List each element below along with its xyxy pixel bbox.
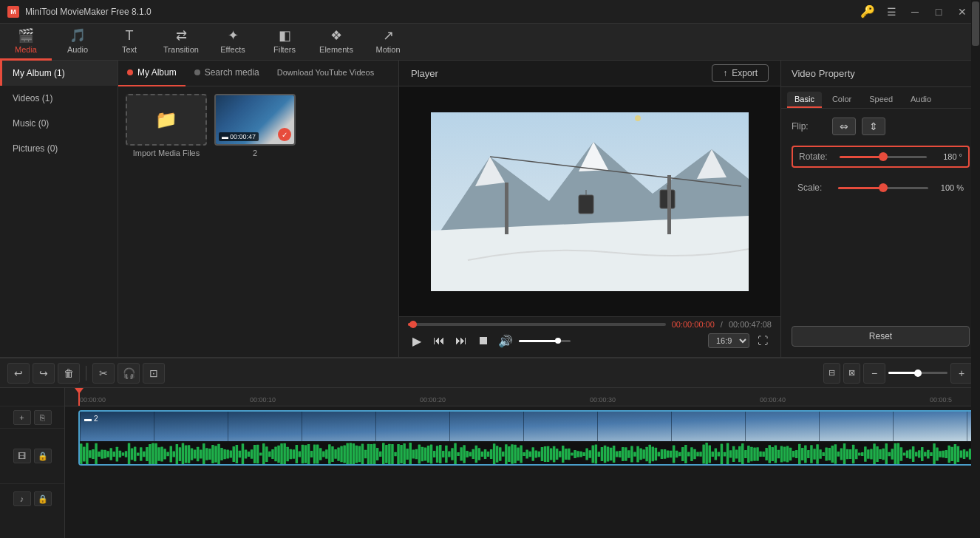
rewind-button[interactable]: ⏮ bbox=[430, 332, 448, 350]
progress-bar[interactable] bbox=[408, 323, 666, 326]
svg-rect-258 bbox=[765, 448, 768, 460]
svg-rect-215 bbox=[636, 446, 639, 463]
tab-download-youtube[interactable]: Download YouTube Videos bbox=[268, 61, 384, 86]
cut-button[interactable]: ✂ bbox=[92, 363, 115, 384]
svg-rect-221 bbox=[655, 448, 658, 461]
svg-rect-238 bbox=[705, 443, 708, 466]
svg-rect-95 bbox=[277, 446, 280, 463]
svg-rect-212 bbox=[627, 450, 630, 458]
svg-rect-135 bbox=[397, 444, 400, 464]
svg-rect-54 bbox=[154, 443, 157, 465]
crop-button[interactable]: ⊡ bbox=[143, 363, 165, 384]
delete-button[interactable]: 🗑 bbox=[58, 363, 80, 384]
audio-icon-button[interactable]: ♪ bbox=[13, 491, 31, 506]
svg-rect-182 bbox=[538, 452, 541, 457]
svg-rect-97 bbox=[283, 443, 286, 466]
toolbar-text[interactable]: T Text bbox=[103, 24, 155, 61]
svg-rect-203 bbox=[601, 447, 604, 461]
svg-rect-96 bbox=[280, 443, 283, 465]
menu-button[interactable]: ☰ bbox=[881, 4, 902, 20]
sidebar-item-pictures[interactable]: Pictures (0) bbox=[0, 136, 118, 161]
svg-rect-120 bbox=[353, 443, 355, 465]
svg-rect-269 bbox=[798, 444, 801, 465]
svg-rect-14 bbox=[80, 412, 975, 441]
prop-tab-audio[interactable]: Audio bbox=[903, 92, 939, 108]
sidebar-item-myalbum[interactable]: My Album (1) bbox=[0, 61, 118, 86]
scale-thumb[interactable] bbox=[879, 183, 888, 192]
svg-rect-136 bbox=[400, 445, 403, 463]
svg-rect-289 bbox=[858, 453, 861, 456]
import-media-thumb[interactable]: 📁 bbox=[126, 94, 207, 146]
play-button[interactable]: ▶ bbox=[408, 332, 426, 350]
expand-button[interactable]: ⊠ bbox=[843, 363, 860, 384]
undo-button[interactable]: ↩ bbox=[7, 363, 30, 384]
svg-rect-177 bbox=[523, 452, 525, 456]
flip-vertical-button[interactable]: ⇕ bbox=[862, 118, 885, 135]
zoom-in-button[interactable]: + bbox=[950, 363, 973, 384]
app-icon: M bbox=[7, 6, 19, 18]
svg-rect-303 bbox=[900, 447, 903, 460]
rotate-slider[interactable] bbox=[840, 156, 927, 158]
svg-rect-234 bbox=[693, 449, 696, 460]
redo-button[interactable]: ↪ bbox=[33, 363, 55, 384]
svg-rect-57 bbox=[163, 449, 166, 459]
svg-rect-251 bbox=[744, 450, 747, 458]
svg-rect-164 bbox=[484, 449, 487, 459]
add-track-button[interactable]: + bbox=[13, 410, 31, 425]
video-thumb[interactable]: ▬ 00:00:47 ✓ bbox=[214, 94, 296, 146]
prop-tab-basic[interactable]: Basic bbox=[787, 92, 822, 108]
svg-rect-165 bbox=[487, 452, 490, 457]
scale-slider[interactable] bbox=[838, 187, 928, 189]
svg-rect-159 bbox=[469, 452, 472, 457]
prop-tab-speed[interactable]: Speed bbox=[862, 92, 900, 108]
audio-edit-button[interactable]: 🎧 bbox=[118, 363, 140, 384]
stop-button[interactable]: ⏹ bbox=[474, 332, 492, 350]
video-media-item: ▬ 00:00:47 ✓ 2 bbox=[214, 94, 296, 157]
audio-lock-button[interactable]: 🔒 bbox=[34, 491, 52, 506]
time-separator: / bbox=[721, 320, 723, 329]
toolbar-media[interactable]: 🎬 Media bbox=[0, 24, 52, 61]
video-track[interactable]: ▬ 2 bbox=[78, 410, 976, 466]
volume-slider[interactable] bbox=[519, 340, 571, 342]
maximize-button[interactable]: □ bbox=[928, 4, 949, 20]
video-lock-button[interactable]: 🎞 bbox=[13, 449, 31, 463]
split-button[interactable]: ⊟ bbox=[823, 363, 840, 384]
toolbar-effects-label: Effects bbox=[220, 45, 245, 54]
video-mute-button[interactable]: 🔒 bbox=[34, 449, 52, 463]
aspect-ratio-select[interactable]: 16:9 4:3 1:1 bbox=[708, 333, 749, 348]
copy-track-button[interactable]: ⎘ bbox=[34, 410, 52, 425]
toolbar-transition[interactable]: ⇄ Transition bbox=[155, 24, 207, 61]
timeline: ↩ ↪ 🗑 ✂ 🎧 ⊡ ⊟ ⊠ − + + ⎘ 🎞 🔒 bbox=[0, 357, 980, 538]
svg-rect-301 bbox=[894, 443, 897, 465]
tab-search-media[interactable]: Search media bbox=[186, 61, 268, 86]
export-button[interactable]: ↑ Export bbox=[712, 64, 769, 82]
sidebar-item-videos[interactable]: Videos (1) bbox=[0, 86, 118, 111]
rotate-thumb[interactable] bbox=[879, 152, 888, 161]
svg-rect-244 bbox=[724, 452, 727, 457]
svg-rect-297 bbox=[882, 449, 885, 460]
svg-rect-25 bbox=[819, 412, 820, 441]
toolbar-effects[interactable]: ✦ Effects bbox=[207, 24, 259, 61]
timeline-scrollbar[interactable] bbox=[971, 388, 980, 538]
minimize-button[interactable]: ─ bbox=[905, 4, 925, 20]
svg-rect-125 bbox=[367, 444, 370, 464]
close-button[interactable]: ✕ bbox=[952, 4, 973, 20]
tab-my-album[interactable]: My Album bbox=[118, 61, 186, 86]
toolbar-filters[interactable]: ◧ Filters bbox=[259, 24, 310, 61]
forward-button[interactable]: ⏭ bbox=[452, 332, 470, 350]
zoom-slider[interactable] bbox=[888, 372, 947, 374]
fullscreen-button[interactable]: ⛶ bbox=[754, 332, 772, 350]
svg-rect-320 bbox=[951, 447, 954, 461]
reset-button[interactable]: Reset bbox=[792, 326, 970, 347]
svg-rect-82 bbox=[239, 451, 242, 458]
motion-icon: ↗ bbox=[383, 27, 394, 44]
prop-tab-color[interactable]: Color bbox=[825, 92, 859, 108]
toolbar-elements[interactable]: ❖ Elements bbox=[310, 24, 362, 61]
toolbar-motion[interactable]: ↗ Motion bbox=[362, 24, 414, 61]
zoom-out-button[interactable]: − bbox=[863, 363, 885, 384]
flip-horizontal-button[interactable]: ⇔ bbox=[832, 118, 856, 135]
sidebar-item-music[interactable]: Music (0) bbox=[0, 111, 118, 136]
toolbar-audio[interactable]: 🎵 Audio bbox=[52, 24, 103, 61]
volume-button[interactable]: 🔊 bbox=[497, 332, 514, 350]
svg-rect-210 bbox=[622, 447, 625, 461]
